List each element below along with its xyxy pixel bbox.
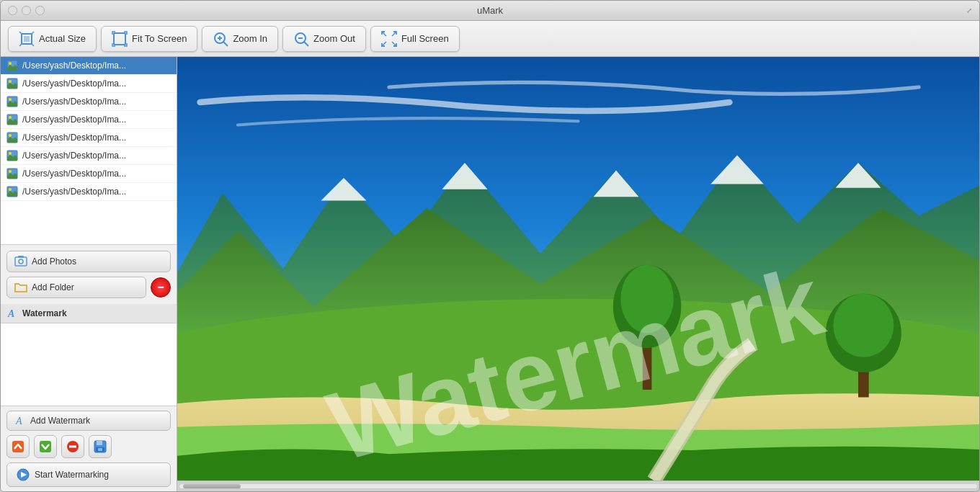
svg-text:A: A (7, 308, 14, 319)
add-photos-button[interactable]: Add Photos (6, 251, 171, 272)
save-icon (93, 439, 107, 454)
image-icon (6, 114, 18, 125)
landscape-image: Watermark (177, 57, 979, 480)
file-path: /Users/yash/Desktop/Ima... (22, 133, 126, 143)
zoom-out-icon (293, 31, 309, 47)
zoom-in-label: Zoom In (233, 33, 267, 44)
traffic-lights (8, 6, 45, 15)
svg-rect-1 (24, 36, 30, 42)
image-icon (6, 168, 18, 179)
watermark-header: A Watermark (1, 304, 177, 323)
file-list[interactable]: /Users/yash/Desktop/Ima... /Users/yash/D… (1, 57, 177, 245)
minimize-button[interactable] (22, 6, 31, 15)
file-path: /Users/yash/Desktop/Ima... (22, 115, 126, 125)
svg-line-14 (382, 32, 386, 36)
move-up-button[interactable] (6, 435, 30, 458)
zoom-in-button[interactable]: Zoom In (202, 26, 278, 52)
add-photos-label: Add Photos (32, 256, 76, 267)
full-screen-icon (381, 31, 397, 47)
actual-size-button[interactable]: Actual Size (8, 26, 97, 52)
svg-text:A: A (15, 416, 22, 426)
list-item[interactable]: /Users/yash/Desktop/Ima... (1, 57, 177, 75)
full-screen-label: Full Screen (401, 33, 449, 44)
sidebar: /Users/yash/Desktop/Ima... /Users/yash/D… (1, 57, 177, 491)
svg-point-31 (9, 170, 12, 173)
svg-line-15 (392, 32, 396, 36)
watermark-list[interactable] (1, 323, 177, 406)
watermark-footer: A Add Watermark (1, 406, 177, 491)
svg-line-16 (382, 42, 386, 46)
file-path: /Users/yash/Desktop/Ima... (22, 97, 126, 107)
zoom-out-button[interactable]: Zoom Out (282, 26, 366, 52)
zoom-out-label: Zoom Out (313, 33, 355, 44)
start-icon (16, 468, 30, 482)
action-buttons (6, 435, 171, 458)
fit-to-screen-icon (112, 31, 128, 47)
close-button[interactable] (8, 6, 17, 15)
main-content: /Users/yash/Desktop/Ima... /Users/yash/D… (1, 57, 979, 491)
watermark-label: Watermark (22, 308, 67, 318)
scrollbar-thumb[interactable] (183, 484, 241, 488)
list-item[interactable]: /Users/yash/Desktop/Ima... (1, 129, 177, 147)
save-button[interactable] (89, 435, 112, 458)
remove-watermark-button[interactable] (61, 435, 84, 458)
fit-to-screen-label: Fit To Screen (132, 33, 187, 44)
move-down-button[interactable] (34, 435, 57, 458)
image-container: Watermark (177, 57, 979, 480)
svg-point-33 (9, 188, 12, 191)
list-item[interactable]: /Users/yash/Desktop/Ima... (1, 93, 177, 111)
arrow-up-icon (11, 439, 25, 454)
window-title: uMark (477, 5, 503, 16)
svg-line-13 (304, 42, 308, 46)
add-watermark-button[interactable]: A Add Watermark (6, 411, 171, 431)
svg-point-25 (9, 116, 12, 119)
svg-rect-6 (114, 33, 125, 45)
list-item[interactable]: /Users/yash/Desktop/Ima... (1, 165, 177, 183)
add-watermark-icon: A (14, 415, 26, 426)
full-screen-button[interactable]: Full Screen (370, 26, 460, 52)
zoom-in-icon (213, 31, 228, 47)
remove-folder-button[interactable]: − (151, 277, 171, 298)
image-icon (6, 78, 18, 89)
start-watermarking-label: Start Watermarking (35, 470, 109, 480)
svg-point-29 (9, 152, 12, 155)
remove-icon (66, 439, 80, 454)
image-icon (6, 150, 18, 161)
resize-icon: ⤢ (966, 6, 972, 14)
maximize-button[interactable] (35, 6, 45, 15)
toolbar: Actual Size Fit To Screen (1, 21, 979, 57)
svg-rect-46 (98, 448, 102, 451)
image-icon (6, 96, 18, 107)
watermark-header-icon: A (6, 308, 18, 319)
list-item[interactable]: /Users/yash/Desktop/Ima... (1, 183, 177, 201)
add-folder-row: Add Folder − (6, 277, 171, 298)
add-folder-button[interactable]: Add Folder (6, 277, 146, 298)
image-icon (6, 60, 18, 71)
start-watermarking-button[interactable]: Start Watermarking (6, 462, 171, 487)
preview-area: Watermark (177, 57, 979, 491)
svg-point-35 (19, 259, 23, 264)
horizontal-scrollbar[interactable] (177, 480, 979, 491)
list-item[interactable]: /Users/yash/Desktop/Ima... (1, 111, 177, 129)
file-path: /Users/yash/Desktop/Ima... (22, 61, 126, 71)
main-window: uMark ⤢ Actual Size (0, 0, 980, 492)
actual-size-icon (19, 31, 35, 47)
svg-rect-39 (12, 441, 24, 452)
file-path: /Users/yash/Desktop/Ima... (22, 79, 126, 89)
list-item[interactable]: /Users/yash/Desktop/Ima... (1, 75, 177, 93)
list-item[interactable]: /Users/yash/Desktop/Ima... (1, 147, 177, 165)
watermark-section: A Watermark A Add Watermark (1, 304, 177, 491)
arrow-down-icon (38, 439, 53, 454)
scrollbar-track (179, 483, 978, 489)
fit-to-screen-button[interactable]: Fit To Screen (101, 26, 197, 52)
actual-size-label: Actual Size (39, 33, 86, 44)
svg-rect-40 (40, 441, 51, 452)
svg-point-27 (9, 134, 12, 137)
svg-line-10 (223, 42, 228, 46)
file-path: /Users/yash/Desktop/Ima... (22, 151, 126, 161)
file-path: /Users/yash/Desktop/Ima... (22, 187, 126, 197)
svg-point-63 (833, 294, 894, 357)
file-path: /Users/yash/Desktop/Ima... (22, 169, 126, 179)
image-icon (6, 132, 18, 143)
svg-rect-44 (97, 441, 102, 445)
